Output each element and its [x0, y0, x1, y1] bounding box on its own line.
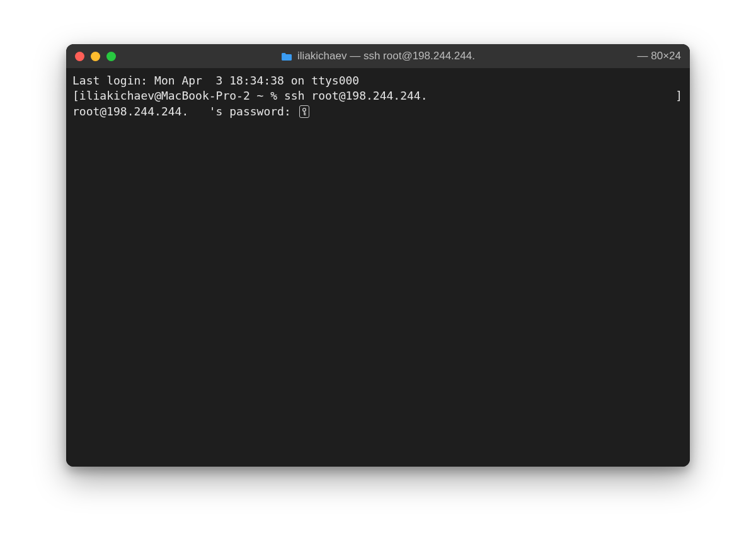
window-title-text: iliakichaev — ssh root@198.244.244. — [297, 50, 475, 62]
prompt-left-group: [iliakichaev@MacBook-Pro-2 ~ % ssh root@… — [72, 88, 428, 103]
maximize-button[interactable] — [106, 52, 116, 61]
folder-icon — [281, 52, 292, 61]
svg-point-0 — [302, 108, 306, 111]
window-dimensions: — 80×24 — [638, 50, 681, 62]
close-button[interactable] — [75, 52, 84, 61]
minimize-button[interactable] — [91, 52, 100, 61]
prompt-open-bracket: [ — [72, 89, 79, 102]
last-login-text: Last login: Mon Apr 3 18:34:38 on ttys00… — [72, 73, 359, 88]
titlebar[interactable]: iliakichaev — ssh root@198.244.244. — 80… — [66, 44, 690, 68]
terminal-body[interactable]: Last login: Mon Apr 3 18:34:38 on ttys00… — [66, 68, 690, 467]
traffic-lights — [75, 52, 116, 61]
password-prompt-text: root@198.244.244. 's password: — [72, 104, 298, 119]
prompt-line: [iliakichaev@MacBook-Pro-2 ~ % ssh root@… — [72, 88, 684, 103]
shell-prompt: iliakichaev@MacBook-Pro-2 ~ % — [79, 89, 284, 102]
prompt-close-bracket: ] — [675, 88, 684, 103]
command-text: ssh root@198.244.244. — [284, 89, 428, 102]
key-icon — [299, 105, 309, 118]
last-login-line: Last login: Mon Apr 3 18:34:38 on ttys00… — [72, 73, 684, 88]
terminal-window: iliakichaev — ssh root@198.244.244. — 80… — [66, 44, 690, 467]
window-title: iliakichaev — ssh root@198.244.244. — [281, 50, 475, 62]
password-prompt-line: root@198.244.244. 's password: — [72, 104, 684, 119]
